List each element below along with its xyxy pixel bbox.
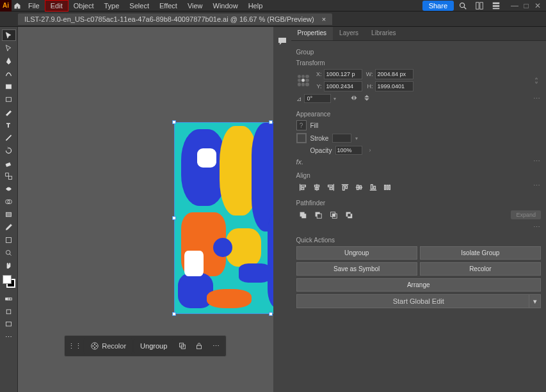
align-vcenter-button[interactable]: [353, 182, 365, 193]
selection-handle[interactable]: [269, 120, 273, 124]
eraser-tool[interactable]: [2, 157, 16, 169]
pathfinder-minus-front-button[interactable]: [312, 209, 325, 221]
effects-fx-button[interactable]: fx.: [296, 158, 304, 166]
opacity-input[interactable]: [335, 146, 362, 155]
selection-handle[interactable]: [172, 120, 176, 124]
rotate-input[interactable]: [304, 94, 331, 103]
stroke-weight-input[interactable]: [332, 134, 351, 143]
qa-ungroup-button[interactable]: Ungroup: [296, 246, 417, 260]
pathfinder-expand-button[interactable]: Expand: [511, 210, 541, 219]
fill-swatch-panel[interactable]: ?: [296, 120, 307, 130]
flip-horizontal-icon[interactable]: [350, 94, 358, 103]
constrain-proportions-icon[interactable]: [532, 76, 541, 85]
flip-vertical-icon[interactable]: [363, 94, 371, 103]
selection-tool[interactable]: [2, 29, 16, 41]
type-tool[interactable]: T: [2, 119, 16, 130]
svg-rect-50: [373, 186, 375, 189]
selection-handle[interactable]: [269, 312, 273, 316]
rotate-tool[interactable]: [2, 145, 16, 156]
qa-arrange-button[interactable]: Arrange: [296, 278, 542, 292]
pathfinder-exclude-button[interactable]: [342, 209, 355, 221]
reference-point-selector[interactable]: [296, 74, 310, 88]
canvas[interactable]: ⋮⋮ Recolor Ungroup ⋯: [18, 27, 273, 392]
shape-builder-tool[interactable]: [2, 196, 16, 207]
search-icon[interactable]: [455, 0, 470, 12]
recolor-button[interactable]: Recolor: [84, 338, 132, 354]
duplicate-icon[interactable]: [175, 338, 190, 354]
align-bottom-button[interactable]: [367, 182, 380, 193]
align-left-button[interactable]: [296, 182, 309, 193]
stroke-swatch-panel[interactable]: [296, 133, 307, 143]
artboard[interactable]: [175, 123, 273, 313]
align-right-button[interactable]: [325, 182, 337, 193]
w-input[interactable]: [375, 69, 414, 79]
menu-view[interactable]: View: [182, 1, 208, 11]
tab-properties[interactable]: Properties: [291, 27, 333, 40]
tab-libraries[interactable]: Libraries: [365, 27, 402, 40]
rectangle-tool[interactable]: [2, 81, 16, 92]
qa-start-global-edit-button[interactable]: Start Global Edit ▾: [296, 294, 542, 308]
selection-handle[interactable]: [172, 216, 176, 220]
appearance-more-icon[interactable]: ⋯: [533, 157, 541, 166]
zoom-tool[interactable]: [2, 247, 16, 258]
chevron-down-icon[interactable]: ▾: [529, 295, 540, 308]
distribute-button[interactable]: [381, 182, 394, 193]
color-mode-icon[interactable]: [2, 293, 16, 304]
screen-mode-icon[interactable]: [2, 318, 16, 330]
pathfinder-unite-button[interactable]: [296, 209, 309, 221]
x-input[interactable]: [324, 69, 362, 79]
align-more-icon[interactable]: ⋯: [533, 182, 541, 193]
h-input[interactable]: [375, 81, 414, 91]
menu-file[interactable]: File: [23, 1, 45, 11]
paintbrush-tool[interactable]: [2, 106, 16, 118]
align-hcenter-button[interactable]: [310, 182, 323, 193]
gradient-tool[interactable]: [2, 208, 16, 220]
pen-tool[interactable]: [2, 55, 16, 67]
home-icon[interactable]: [12, 0, 23, 12]
tab-close-icon[interactable]: ×: [322, 15, 326, 23]
close-button[interactable]: ✕: [532, 0, 543, 12]
curvature-tool[interactable]: [2, 68, 16, 79]
eyedropper-tool[interactable]: [2, 221, 16, 233]
arrange-documents-icon[interactable]: [472, 0, 487, 12]
draw-mode-icon[interactable]: [2, 306, 16, 317]
hand-tool[interactable]: [2, 260, 16, 271]
align-top-button[interactable]: [339, 182, 351, 193]
document-tab[interactable]: ILST-27.9.0-en_US-c0785ac1-11ea-47a6-89b…: [18, 13, 332, 25]
menu-type[interactable]: Type: [99, 1, 125, 11]
drag-handle-icon[interactable]: ⋮⋮: [67, 338, 83, 354]
pathfinder-more-icon[interactable]: ⋯: [533, 223, 541, 231]
opacity-arrow-icon[interactable]: ›: [369, 147, 371, 153]
menu-edit[interactable]: Edit: [45, 0, 68, 12]
menu-select[interactable]: Select: [124, 1, 154, 11]
menu-object[interactable]: Object: [68, 1, 99, 11]
menu-help[interactable]: Help: [243, 1, 268, 11]
direct-selection-tool[interactable]: [2, 42, 16, 54]
artboard-tool[interactable]: [2, 234, 16, 246]
menu-effect[interactable]: Effect: [154, 1, 182, 11]
y-input[interactable]: [324, 81, 362, 91]
lock-icon[interactable]: [191, 338, 207, 354]
workspace-icon[interactable]: [488, 0, 504, 12]
selection-handle[interactable]: [172, 312, 176, 316]
fill-swatch[interactable]: [3, 275, 12, 284]
ellipse-tool[interactable]: [2, 93, 16, 105]
transform-more-icon[interactable]: ⋯: [533, 95, 541, 103]
tab-layers[interactable]: Layers: [333, 27, 365, 40]
share-button[interactable]: Share: [422, 1, 454, 11]
comments-panel-icon[interactable]: [276, 35, 289, 47]
width-tool[interactable]: [2, 183, 16, 194]
qa-recolor-button[interactable]: Recolor: [420, 262, 541, 276]
line-tool[interactable]: [2, 132, 16, 143]
menu-window[interactable]: Window: [208, 1, 243, 11]
fill-stroke-swatches[interactable]: [3, 275, 15, 288]
pathfinder-intersect-button[interactable]: [327, 209, 340, 221]
maximize-button[interactable]: □: [520, 0, 532, 12]
qa-isolate-group-button[interactable]: Isolate Group: [420, 246, 541, 260]
edit-toolbar-icon[interactable]: ⋯: [2, 331, 16, 343]
scale-tool[interactable]: [2, 170, 16, 182]
minimize-button[interactable]: —: [509, 0, 520, 12]
qa-save-as-symbol-button[interactable]: Save as Symbol: [296, 262, 417, 276]
ungroup-button[interactable]: Ungroup: [134, 339, 173, 353]
more-options-icon[interactable]: ⋯: [208, 338, 223, 354]
